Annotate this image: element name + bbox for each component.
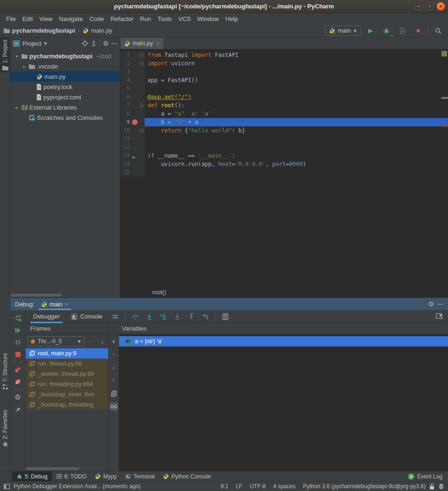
breadcrumb-project[interactable]: pycharmdebugfastapi (12, 27, 75, 34)
menu-refactor[interactable]: Refactor (107, 14, 137, 24)
chevron-right-icon[interactable]: ▸ (21, 64, 27, 69)
frame-row[interactable]: _worker, thread.py:69 (26, 369, 108, 379)
duplicate-watch-icon[interactable] (110, 389, 118, 398)
resume-icon[interactable] (10, 324, 26, 336)
close-button[interactable]: × (436, 2, 445, 11)
status-item-1[interactable]: LF (236, 483, 242, 490)
tree-item--vscode[interactable]: ▸.vscode (10, 61, 120, 71)
step-into-my-code-icon[interactable] (157, 311, 169, 322)
warning-stripe-mark[interactable] (441, 97, 448, 99)
toolwindow-button-terminal[interactable]: Terminal (121, 471, 159, 482)
tree-item-scratches-and-consoles[interactable]: Scratches and Consoles (10, 112, 120, 123)
search-icon[interactable] (432, 25, 444, 36)
code-line-15[interactable]: 15 (120, 168, 448, 177)
code-line-9[interactable]: 9 b = "b" + a (120, 118, 448, 126)
add-watch-icon[interactable]: + (110, 337, 118, 346)
toolwindow-button-5-debug[interactable]: 5: Debug (12, 471, 52, 482)
code-line-4[interactable]: 4app = FastAPI() (120, 76, 448, 84)
menu-view[interactable]: View (36, 14, 56, 24)
close-session-icon[interactable]: × (65, 301, 69, 308)
remove-watch-icon[interactable]: − (110, 350, 118, 359)
step-out-icon[interactable] (185, 311, 197, 322)
step-over-icon[interactable] (129, 311, 141, 322)
run-button[interactable]: ▶ (364, 25, 377, 36)
tree-item-poetry-lock[interactable]: poetry.lock (10, 82, 120, 92)
code-line-3[interactable]: 3 (120, 68, 448, 76)
stop-button[interactable]: ■ (412, 25, 424, 36)
thread-selector[interactable]: Thr...-0_0 ▾ (28, 336, 84, 346)
rerun-icon[interactable] (10, 312, 26, 324)
gutter-line-7[interactable]: 7 (120, 101, 145, 110)
status-item-3[interactable]: 4 spaces (273, 483, 295, 490)
gutter-line-4[interactable]: 4 (120, 76, 145, 84)
toolwindow-toggle-icon[interactable] (4, 484, 10, 489)
code-line-10[interactable]: 10 return {"hello world": b} (120, 126, 448, 135)
gear-icon[interactable]: ⚙ (103, 40, 109, 47)
frame-row[interactable]: run, thread.py:56 (26, 359, 108, 369)
fold-icon[interactable] (140, 53, 143, 57)
gutter-line-5[interactable]: 5 (120, 84, 145, 93)
menu-code[interactable]: Code (86, 14, 107, 24)
debug-session-tab[interactable]: main × (38, 298, 71, 310)
stripe-structure-button[interactable]: 7: Structure (0, 351, 10, 392)
frame-row[interactable]: _bootstrap, threading. (26, 400, 108, 410)
inspection-indicator[interactable] (441, 51, 447, 56)
pin-icon[interactable] (10, 403, 26, 415)
next-frame-icon[interactable]: ↓ (98, 338, 106, 345)
minimize-button[interactable]: − (414, 2, 423, 11)
menu-window[interactable]: Window (194, 14, 222, 24)
gutter-line-8[interactable]: 8 (120, 110, 145, 118)
breakpoint-icon[interactable] (132, 119, 138, 125)
maximize-button[interactable]: ▫ (425, 2, 434, 11)
gutter-line-13[interactable]: 13▶ (120, 152, 145, 160)
fold-icon[interactable] (140, 62, 143, 65)
project-panel-title[interactable]: Project (22, 40, 41, 47)
breakpoint-stripe-mark[interactable] (441, 125, 448, 127)
menu-edit[interactable]: Edit (19, 14, 36, 24)
menu-vcs[interactable]: VCS (175, 14, 194, 24)
chevron-down-icon[interactable]: ▾ (44, 40, 47, 47)
toolwindow-button-python-console[interactable]: Python Console (159, 471, 215, 482)
gutter-line-10[interactable]: 10 (120, 126, 145, 135)
menu-file[interactable]: File (3, 14, 19, 24)
code-line-13[interactable]: 13▶if __name__ == '__main__': (120, 152, 448, 160)
hide-panel-icon[interactable]: — (112, 40, 117, 47)
debug-button[interactable] (380, 25, 392, 36)
gutter-line-9[interactable]: 9 (120, 118, 145, 126)
menu-run[interactable]: Run (137, 14, 154, 24)
view-breakpoints-icon[interactable] (10, 364, 26, 376)
code-line-5[interactable]: 5 (120, 84, 448, 93)
locate-icon[interactable] (82, 40, 88, 47)
hide-panel-icon[interactable]: — (438, 301, 443, 307)
tree-item-main-py[interactable]: main.py (10, 71, 120, 82)
status-message[interactable]: Python Debugger Extension Avail... (mome… (14, 483, 140, 490)
chevron-right-icon[interactable]: ▸ (14, 105, 20, 110)
lock-icon[interactable] (429, 484, 434, 490)
gutter-line-15[interactable]: 15 (120, 168, 145, 177)
chevron-down-icon[interactable]: ▾ (14, 54, 20, 59)
step-into-icon[interactable] (143, 311, 155, 322)
hector-inspector-icon[interactable] (438, 484, 444, 490)
gutter-line-2[interactable]: 2 (120, 59, 145, 68)
coverage-button[interactable] (396, 25, 408, 36)
run-config-selector[interactable]: main ▾ (325, 26, 361, 36)
stripe-favorites-button[interactable]: 2: Favorites (0, 408, 10, 449)
move-up-icon[interactable]: ▲ (110, 363, 118, 372)
gutter-line-6[interactable]: 6 (120, 93, 145, 101)
tree-item-external-libraries[interactable]: ▸External Libraries (10, 102, 120, 112)
code-line-14[interactable]: 14 uvicorn.run(app, host='0.0.0.0', port… (120, 160, 448, 168)
tree-item-pycharmdebugfastapi[interactable]: ▾pycharmdebugfastapi~/cod (10, 51, 120, 61)
code-line-1[interactable]: 1from fastapi import FastAPI (120, 51, 448, 59)
status-item-2[interactable]: UTF-8 (250, 483, 266, 490)
menu-help[interactable]: Help (222, 14, 241, 24)
stop-icon[interactable] (10, 348, 26, 360)
gutter-line-3[interactable]: 3 (120, 68, 145, 76)
toolwindow-button-6-todo[interactable]: 6: TODO (52, 471, 91, 482)
event-log-button[interactable]: Event Log (417, 473, 442, 480)
frame-row[interactable]: _bootstrap_inner, thre (26, 389, 108, 400)
code-line-12[interactable]: 12 (120, 143, 448, 152)
tab-console[interactable]: Console (66, 310, 107, 323)
close-tab-icon[interactable]: × (156, 40, 160, 47)
mute-breakpoints-icon[interactable] (10, 376, 26, 388)
layout-menu-icon[interactable] (109, 311, 121, 322)
